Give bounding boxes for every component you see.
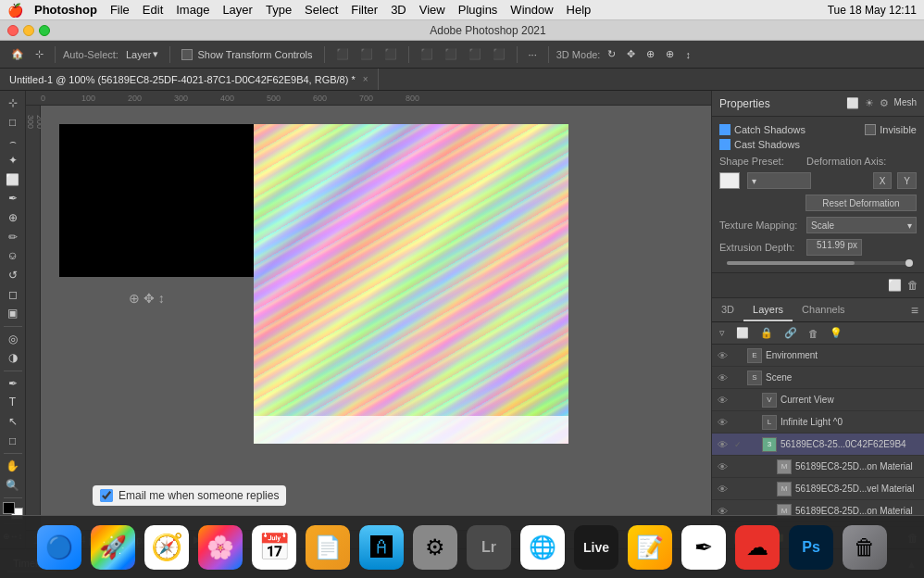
dock-appstore[interactable]: 🅰 (357, 523, 406, 572)
layer-environment[interactable]: 👁 E Environment (712, 345, 924, 367)
lock-layers-btn[interactable]: 🔒 (756, 325, 777, 341)
3d-orbit[interactable]: ⊕ (662, 44, 678, 65)
layer-current-view[interactable]: 👁 V Current View (712, 389, 924, 411)
menu-help[interactable]: Help (567, 3, 592, 17)
auto-select-dropdown[interactable]: Layer ▾ (122, 44, 163, 65)
dock-chrome[interactable]: 🌐 (518, 523, 567, 572)
cast-shadows-checkbox[interactable] (719, 139, 730, 150)
layer-eye-icon[interactable]: 👁 (716, 350, 729, 361)
layer-mat-1[interactable]: 👁 M 56189EC8-25D...on Material (712, 456, 924, 478)
extrusion-depth-value[interactable]: 511.99 px (806, 239, 862, 256)
properties-icon-3[interactable]: ⚙ (880, 97, 889, 109)
align-bottom[interactable]: ⬛ (465, 44, 485, 65)
3d-zoom[interactable]: ⊕ (643, 44, 658, 65)
move-tool-button[interactable]: ⊹ (31, 44, 47, 65)
menu-type[interactable]: Type (266, 3, 292, 17)
magic-wand-tool[interactable]: ✦ (3, 152, 23, 170)
dock-pages[interactable]: 📄 (304, 523, 352, 572)
properties-mesh-icon[interactable]: Mesh (894, 97, 917, 109)
shape-preset-dropdown[interactable]: ▾ (747, 172, 811, 189)
dock-trash[interactable]: 🗑 (841, 523, 889, 572)
texture-mapping-dropdown[interactable]: Scale ▾ (806, 217, 917, 233)
dock-inkscape[interactable]: ✒ (680, 523, 728, 572)
heal-tool[interactable]: ⊕ (3, 209, 23, 227)
minimize-button[interactable] (23, 25, 34, 36)
panel-menu-button[interactable]: ≡ (905, 298, 924, 321)
menu-image[interactable]: Image (176, 3, 209, 17)
hand-tool[interactable]: ✋ (3, 458, 23, 475)
tab-channels[interactable]: Channels (793, 298, 854, 321)
dock-finder[interactable]: 🔵 (35, 523, 83, 572)
3d-mode5[interactable]: ↕ (681, 44, 694, 65)
dock-photoshop[interactable]: Ps (787, 523, 835, 572)
properties-icon-2[interactable]: ☀ (865, 97, 874, 109)
dock-creative-cloud[interactable]: ☁ (733, 523, 781, 572)
panel-action-icon-1[interactable]: ⬜ (888, 279, 902, 292)
align-top[interactable]: ⬛ (417, 44, 437, 65)
extrusion-slider[interactable] (727, 261, 909, 265)
shape-preset-swatch[interactable] (719, 172, 740, 189)
layer-eye-il[interactable]: 👁 (716, 417, 729, 428)
align-center-h[interactable]: ⬛ (356, 44, 377, 65)
catch-shadows-checkbox[interactable] (719, 124, 730, 135)
properties-icon-1[interactable]: ⬜ (846, 97, 859, 109)
slider-thumb[interactable] (905, 259, 913, 267)
deformation-axis-x[interactable]: X (873, 172, 893, 189)
show-transform-checkbox[interactable]: Show Transform Controls (178, 44, 316, 65)
dock-live[interactable]: Live (572, 523, 620, 572)
menu-3d[interactable]: 3D (391, 3, 406, 17)
close-button[interactable] (7, 25, 19, 36)
shape-tool[interactable]: □ (3, 432, 23, 449)
tab-layers[interactable]: Layers (743, 298, 793, 321)
align-center-v[interactable]: ⬛ (441, 44, 461, 65)
filter-type-icon[interactable]: ▿ (716, 325, 729, 341)
menu-filter[interactable]: Filter (351, 3, 378, 17)
text-tool[interactable]: T (3, 394, 23, 411)
menu-edit[interactable]: Edit (143, 3, 163, 17)
dodge-tool[interactable]: ◑ (3, 349, 23, 367)
layer-56189ec8[interactable]: 👁 ✓ 3 56189EC8-25...0C42F62E9B4 (712, 434, 924, 456)
layer-mat-2[interactable]: 👁 M 56189EC8-25D...vel Material (712, 478, 924, 500)
canvas-viewport[interactable]: ⊕ ✥ ↕ (41, 106, 711, 530)
gradient-tool[interactable]: ▣ (3, 305, 23, 322)
pen-tool[interactable]: ✒ (3, 374, 23, 392)
dock-settings[interactable]: ⚙ (411, 523, 459, 572)
invisible-checkbox[interactable] (865, 124, 876, 135)
email-checkbox[interactable] (100, 489, 113, 502)
layer-infinite-light[interactable]: 👁 L Infinite Light ^0 (712, 411, 924, 434)
menu-file[interactable]: File (110, 3, 130, 17)
active-tab[interactable]: Untitled-1 @ 100% (56189EC8-25DF-4021-87… (0, 69, 379, 90)
layer-eye-m2[interactable]: 👁 (716, 484, 729, 495)
align-left[interactable]: ⬛ (332, 44, 353, 65)
menu-view[interactable]: View (419, 3, 445, 17)
lasso-tool[interactable]: ⌢ (3, 132, 23, 150)
rectangular-marquee-tool[interactable]: □ (3, 114, 23, 132)
menu-photoshop[interactable]: Photoshop (34, 3, 97, 17)
zoom-tool[interactable]: 🔍 (3, 476, 23, 494)
menu-window[interactable]: Window (510, 3, 553, 17)
move-tool[interactable]: ⊹ (3, 94, 23, 112)
home-button[interactable]: 🏠 (7, 44, 28, 65)
blur-tool[interactable]: ◎ (3, 330, 23, 347)
apple-menu[interactable]: 🍎 (7, 3, 23, 18)
reset-deformation-button[interactable]: Reset Deformation (805, 195, 917, 211)
tab-3d[interactable]: 3D (712, 298, 743, 321)
lamp-icon[interactable]: 💡 (826, 325, 846, 341)
tab-close-button[interactable]: × (363, 74, 368, 84)
path-selection-tool[interactable]: ↖ (3, 413, 23, 431)
crop-tool[interactable]: ⬜ (3, 171, 23, 189)
deformation-axis-y[interactable]: Y (897, 172, 917, 189)
layer-scene[interactable]: 👁 S Scene (712, 367, 924, 389)
dock-lightroom[interactable]: Lr (465, 523, 513, 572)
eyedropper-tool[interactable]: ✒ (3, 190, 23, 207)
delete-layers-btn[interactable]: 🗑 (805, 326, 822, 341)
layer-eye-scene[interactable]: 👁 (716, 372, 729, 383)
layer-eye-56[interactable]: 👁 (716, 439, 729, 450)
dock-photos[interactable]: 🌸 (196, 523, 244, 572)
menu-layer[interactable]: Layer (222, 3, 253, 17)
eraser-tool[interactable]: ◻ (3, 285, 23, 303)
brush-tool[interactable]: ✏ (3, 228, 23, 245)
menu-select[interactable]: Select (305, 3, 338, 17)
menu-plugins[interactable]: Plugins (458, 3, 498, 17)
dock-launchpad[interactable]: 🚀 (89, 523, 137, 572)
